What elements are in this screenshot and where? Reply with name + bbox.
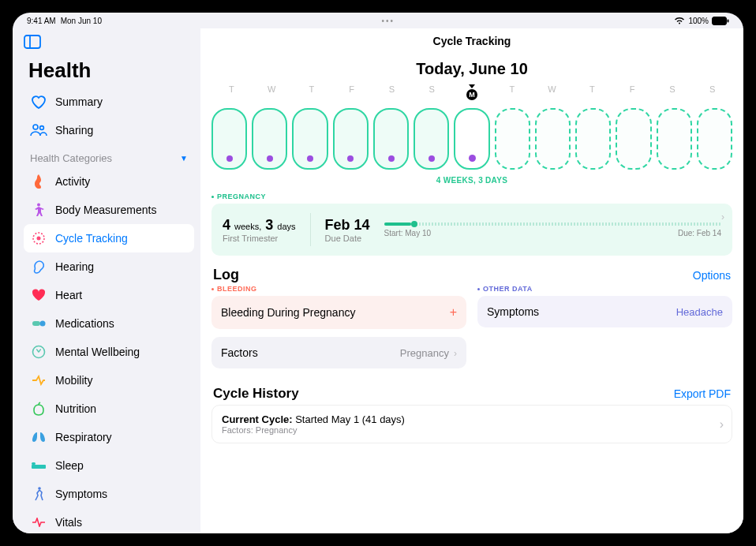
- ear-icon: [30, 258, 47, 275]
- page-title: Cycle Tracking: [211, 28, 732, 50]
- sidebar-item-medications[interactable]: Medications: [24, 309, 194, 338]
- sidebar-item-symptoms[interactable]: Symptoms: [24, 480, 194, 508]
- weekday[interactable]: T: [492, 84, 532, 100]
- sidebar-item-mobility[interactable]: Mobility: [24, 366, 194, 395]
- svg-point-4: [33, 125, 38, 129]
- export-pdf-button[interactable]: Export PDF: [674, 387, 731, 400]
- weekday[interactable]: F: [331, 84, 372, 100]
- bleeding-tile[interactable]: Bleeding During Pregnancy +: [211, 296, 466, 329]
- cycle-future-pill[interactable]: [616, 108, 651, 170]
- sidebar-summary[interactable]: Summary: [24, 88, 194, 116]
- due-date-label: Due Date: [325, 234, 370, 243]
- fertility-dot-icon: [388, 155, 395, 162]
- weekday[interactable]: S: [692, 84, 732, 100]
- cycle-day-pill[interactable]: [252, 108, 287, 170]
- cycle-history-card[interactable]: Current Cycle: Started May 1 (41 days) F…: [211, 405, 732, 443]
- heart-outline-icon: [30, 93, 47, 110]
- progress-start-label: Start: May 10: [384, 229, 431, 237]
- weekday-today[interactable]: M: [452, 84, 492, 100]
- sidebar-item-label: Heart: [55, 289, 82, 301]
- weekday-row: T W T F S S M T W T F S S: [211, 81, 732, 102]
- sidebar-item-sleep[interactable]: Sleep: [24, 451, 194, 480]
- flame-icon: [30, 173, 47, 190]
- brain-icon: [30, 343, 47, 361]
- cycle-future-pill[interactable]: [657, 108, 692, 170]
- svg-point-5: [40, 126, 44, 130]
- other-data-tag-label: OTHER DATA: [483, 285, 533, 293]
- cycle-day-pill[interactable]: [333, 108, 369, 170]
- cycle-future-pill[interactable]: [535, 108, 571, 170]
- walk-icon: [30, 485, 47, 503]
- svg-rect-0: [713, 17, 727, 24]
- cycle-day-pill[interactable]: [292, 108, 327, 170]
- plus-icon: +: [450, 305, 457, 320]
- pregnancy-card[interactable]: 4 weeks, 3 days First Trimester Feb 14 D…: [211, 204, 732, 256]
- cycle-future-pill[interactable]: [575, 108, 611, 170]
- pregnancy-tag: PREGNANCY: [211, 193, 732, 200]
- sidebar-item-body[interactable]: Body Measurements: [24, 196, 194, 224]
- sidebar-sharing-label: Sharing: [55, 124, 93, 136]
- sidebar-sharing[interactable]: Sharing: [24, 116, 194, 144]
- sidebar-item-vitals[interactable]: Vitals: [24, 508, 194, 533]
- sidebar-item-respiratory[interactable]: Respiratory: [24, 423, 194, 451]
- status-date: Mon Jun 10: [61, 17, 102, 25]
- sidebar-item-nutrition[interactable]: Nutrition: [24, 395, 194, 423]
- cycle-day-pill[interactable]: [373, 108, 409, 170]
- cycle-icon: [30, 230, 47, 247]
- svg-point-8: [37, 237, 41, 241]
- cycle-today-pill[interactable]: [454, 108, 489, 170]
- pills-icon: [30, 315, 47, 332]
- body-icon: [30, 201, 47, 219]
- cycle-day-pill[interactable]: [414, 108, 449, 170]
- heart-icon: [30, 286, 47, 304]
- weekday[interactable]: W: [532, 84, 572, 100]
- sidebar-item-label: Activity: [55, 175, 90, 188]
- fertility-dot-icon: [226, 155, 233, 162]
- symptoms-tile[interactable]: Symptoms Headache: [477, 296, 732, 327]
- sidebar-item-heart[interactable]: Heart: [24, 281, 194, 309]
- divider: [310, 213, 311, 246]
- weekday[interactable]: W: [252, 84, 292, 100]
- sidebar-item-label: Mobility: [55, 374, 92, 387]
- wifi-icon: [674, 17, 685, 24]
- weekday[interactable]: S: [652, 84, 692, 100]
- cycle-future-pill[interactable]: [697, 108, 732, 170]
- multitask-dots[interactable]: •••: [102, 17, 674, 25]
- weekday[interactable]: S: [412, 84, 452, 100]
- people-icon: [30, 122, 47, 139]
- bed-icon: [30, 457, 47, 474]
- fertility-dot-icon: [267, 155, 273, 162]
- factors-label: Factors: [221, 346, 258, 359]
- log-options-button[interactable]: Options: [693, 269, 731, 282]
- cycle-future-pill[interactable]: [495, 108, 530, 170]
- sidebar-toggle-button[interactable]: [24, 33, 44, 50]
- sidebar-item-mental[interactable]: Mental Wellbeing: [24, 338, 194, 366]
- svg-rect-12: [32, 465, 46, 469]
- svg-point-10: [40, 321, 46, 327]
- bleeding-tag: BLEEDING: [211, 285, 466, 293]
- cycle-pill-row[interactable]: [211, 102, 732, 173]
- symptoms-value: Headache: [676, 306, 723, 318]
- factors-tile[interactable]: Factors Pregnancy›: [211, 337, 466, 368]
- progress-fill: [384, 223, 411, 226]
- weekday[interactable]: S: [372, 84, 412, 100]
- weekday[interactable]: F: [612, 84, 653, 100]
- sidebar-item-activity[interactable]: Activity: [24, 167, 194, 196]
- log-title: Log: [213, 267, 239, 283]
- symptoms-label: Symptoms: [487, 305, 539, 318]
- sidebar-item-label: Sleep: [55, 459, 84, 472]
- sidebar-item-hearing[interactable]: Hearing: [24, 252, 194, 281]
- due-date-value: Feb 14: [325, 217, 370, 234]
- weekday[interactable]: T: [572, 84, 612, 100]
- sidebar-item-cycle-tracking[interactable]: Cycle Tracking: [24, 224, 194, 252]
- weekday[interactable]: T: [211, 84, 252, 100]
- ipad-frame: 9:41 AM Mon Jun 10 ••• 100% Health Summa…: [0, 0, 756, 546]
- weekday[interactable]: T: [292, 84, 332, 100]
- chevron-right-icon: ›: [720, 417, 724, 432]
- health-categories-header[interactable]: Health Categories ▼: [24, 144, 194, 167]
- bleeding-tag-label: BLEEDING: [217, 285, 257, 293]
- current-cycle-line: Current Cycle: Started May 1 (41 days): [222, 413, 722, 425]
- health-categories-label: Health Categories: [30, 152, 112, 164]
- cycle-duration-label: 4 WEEKS, 3 DAYS: [211, 173, 732, 193]
- cycle-day-pill[interactable]: [211, 108, 247, 170]
